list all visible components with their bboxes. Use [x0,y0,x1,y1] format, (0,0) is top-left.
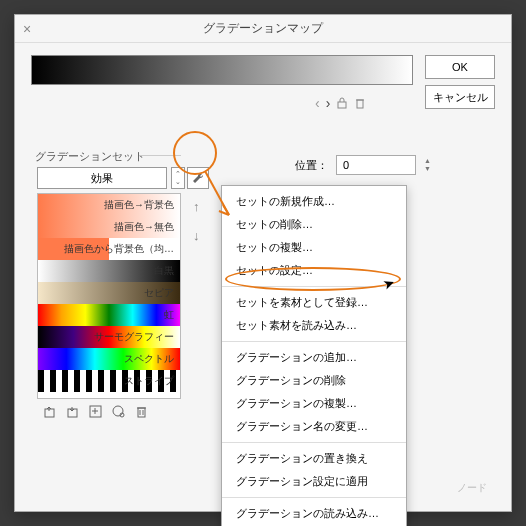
move-up-icon[interactable]: ↑ [193,199,200,214]
menu-item[interactable]: グラデーションの置き換え [222,447,406,470]
position-label: 位置： [295,158,328,173]
svg-rect-8 [138,408,145,417]
gradient-swatch [38,304,180,326]
gradient-item[interactable]: 描画色から背景色（均… [38,238,180,260]
menu-item[interactable]: グラデーションの削除 [222,369,406,392]
gradient-label: 描画色→背景色 [102,198,176,212]
gradient-label: 白黒 [152,264,176,278]
gradient-item[interactable]: 描画色→無色 [38,216,180,238]
gradient-item[interactable]: スペクトル [38,348,180,370]
gradient-label: 描画色から背景色（均… [62,242,176,256]
gradient-label: セピア [142,286,176,300]
menu-item[interactable]: セットの複製… [222,236,406,259]
ghost-label: ノード [457,481,487,495]
menu-separator [222,286,406,287]
export-icon[interactable] [43,405,56,418]
menu-item[interactable]: グラデーション名の変更… [222,415,406,438]
gradient-label: 虹 [162,308,176,322]
menu-item[interactable]: セット素材を読み込み… [222,314,406,337]
wrench-button[interactable] [187,167,209,189]
svg-rect-1 [357,100,363,108]
gradient-label: 描画色→無色 [112,220,176,234]
effect-stepper[interactable]: ⌃⌄ [171,167,185,189]
effect-dropdown[interactable]: 効果 [37,167,167,189]
menu-item[interactable]: セットの設定… [222,259,406,282]
duplicate-icon[interactable] [112,405,125,418]
menu-item[interactable]: グラデーション設定に適用 [222,470,406,493]
gradient-map-dialog: × グラデーションマップ OK キャンセル ‹ › 位置： ▲▼ グラデーション… [14,14,512,512]
menu-item[interactable]: セットの新規作成… [222,190,406,213]
add-icon[interactable] [89,405,102,418]
wrench-icon [191,171,205,185]
position-row: 位置： ▲▼ [295,155,438,175]
menu-item[interactable]: セットの削除… [222,213,406,236]
titlebar: × グラデーションマップ [15,15,511,43]
menu-item[interactable]: グラデーションの読み込み… [222,502,406,525]
svg-point-6 [113,406,123,416]
close-icon[interactable]: × [23,23,35,35]
gradient-item[interactable]: セピア [38,282,180,304]
ok-button[interactable]: OK [425,55,495,79]
dialog-body: OK キャンセル ‹ › 位置： ▲▼ グラデーションセット 効果 ⌃⌄ 描画色… [15,43,511,67]
nav-icons: ‹ › [315,95,366,111]
gradient-item[interactable]: 白黒 [38,260,180,282]
cancel-button[interactable]: キャンセル [425,85,495,109]
prev-icon[interactable]: ‹ [315,95,320,111]
toolbar [43,405,148,418]
gradient-preview[interactable] [31,55,413,85]
position-input[interactable] [336,155,416,175]
gradient-label: スペクトル [122,352,176,366]
menu-item[interactable]: グラデーションの複製… [222,392,406,415]
gradient-item[interactable]: 描画色→背景色 [38,194,180,216]
section-divider [139,155,181,156]
gradient-list[interactable]: 描画色→背景色描画色→無色描画色から背景色（均…白黒セピア虹サーモグラフィースペ… [37,193,181,399]
menu-separator [222,341,406,342]
position-stepper[interactable]: ▲▼ [424,157,438,173]
menu-item[interactable]: セットを素材として登録… [222,291,406,314]
reorder-arrows: ↑ ↓ [193,199,200,243]
gradient-label: ストライプ [122,374,176,388]
trash-icon[interactable] [354,97,366,109]
svg-rect-0 [338,102,346,108]
menu-separator [222,497,406,498]
delete-icon[interactable] [135,405,148,418]
menu-item[interactable]: グラデーションの追加… [222,346,406,369]
import-icon[interactable] [66,405,79,418]
gradient-item[interactable]: ストライプ [38,370,180,392]
gradient-set-label: グラデーションセット [35,149,145,164]
gradient-item[interactable]: サーモグラフィー [38,326,180,348]
dialog-title: グラデーションマップ [203,20,323,37]
move-down-icon[interactable]: ↓ [193,228,200,243]
context-menu: セットの新規作成…セットの削除…セットの複製…セットの設定…セットを素材として登… [221,185,407,526]
menu-separator [222,442,406,443]
gradient-label: サーモグラフィー [92,330,176,344]
gradient-item[interactable]: 虹 [38,304,180,326]
next-icon[interactable]: › [326,95,331,111]
lock-icon[interactable] [336,97,348,109]
